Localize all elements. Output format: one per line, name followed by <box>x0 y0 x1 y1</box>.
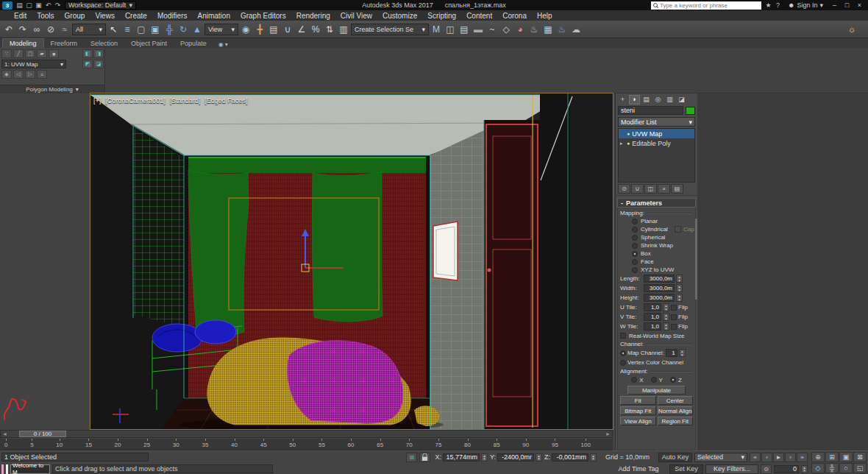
pillow-left[interactable] <box>152 324 202 352</box>
percent-snap-icon[interactable]: % <box>309 23 322 36</box>
remove-modifier-icon[interactable]: × <box>658 184 670 194</box>
ribbon-tool-icon[interactable]: ◧ <box>82 49 93 58</box>
spinner[interactable]: ▴▾ <box>679 349 686 357</box>
spinner[interactable]: ▴▾ <box>663 303 669 311</box>
spinner-snap-icon[interactable]: ⇅ <box>323 23 336 36</box>
element-mode-icon[interactable]: ■ <box>49 49 59 58</box>
listener-pink-strip[interactable] <box>1 464 4 474</box>
use-center-icon[interactable]: ◉ <box>239 23 252 36</box>
menu-item[interactable]: Corona <box>497 10 532 21</box>
stack-item-uvw-map[interactable]: ● UVW Map <box>619 129 694 138</box>
key-filters-button[interactable]: Key Filters... <box>705 464 758 474</box>
minimize-button[interactable]: – <box>828 1 841 10</box>
workspace-dropdown[interactable]: Workspace: Default▾ <box>65 1 136 10</box>
pin-stack-icon[interactable]: ⊙ <box>618 184 630 194</box>
go-to-end-icon[interactable]: » <box>797 453 808 462</box>
tab-hierarchy[interactable]: ▤ <box>641 95 652 105</box>
modifier-bulb-icon[interactable]: ● <box>627 131 630 136</box>
ribbon-modifier-dropdown[interactable]: 1: UVW Map▾ <box>1 60 66 68</box>
viewport-menu-shading[interactable]: [Edged Faces] <box>204 97 247 105</box>
radio-align-x[interactable]: X <box>631 377 643 383</box>
pan-view-icon[interactable]: ╬ <box>825 463 839 473</box>
vertex-mode-icon[interactable]: ∵ <box>1 49 12 58</box>
menu-item[interactable]: Animation <box>192 10 235 21</box>
radio-box[interactable]: Box <box>620 250 693 258</box>
menu-item[interactable]: Scripting <box>422 10 461 21</box>
search-input[interactable] <box>660 2 759 9</box>
help-icon[interactable]: ? <box>773 1 783 10</box>
curve-editor-icon[interactable]: ~ <box>485 23 499 36</box>
normal-align-button[interactable]: Normal Align <box>658 406 694 415</box>
field-of-view-icon[interactable]: ◇ <box>811 463 825 473</box>
radio-face[interactable]: Face <box>620 258 693 266</box>
spinner[interactable]: ▴▾ <box>676 275 683 283</box>
radio-align-z[interactable]: Z <box>670 377 682 383</box>
show-end-result-icon[interactable]: ∪ <box>631 184 644 194</box>
cap-checkbox[interactable]: Cap <box>675 226 694 233</box>
modifier-bulb-icon[interactable]: ● <box>627 141 630 146</box>
select-and-manipulate-icon[interactable]: ╋ <box>253 23 266 36</box>
key-mode-toggle-icon[interactable]: ⊙ <box>761 464 772 474</box>
redo-icon[interactable]: ↷ <box>16 23 29 36</box>
object-color-swatch[interactable] <box>686 107 695 115</box>
tab-populate[interactable]: Populate <box>174 39 213 48</box>
selection-lock-icon[interactable] <box>419 453 430 462</box>
rectangular-selection-icon[interactable]: ▢ <box>135 23 148 36</box>
angle-snap-icon[interactable]: ∠ <box>295 23 308 36</box>
transform-gizmo-toggle-icon[interactable]: ⊞ <box>406 453 417 462</box>
redo-quick-icon[interactable]: ↷ <box>53 1 63 10</box>
real-world-map-size-row[interactable]: Real-World Map Size <box>620 331 693 340</box>
make-unique-icon[interactable]: ◫ <box>644 184 657 194</box>
ribbon-tool-icon[interactable]: ◪ <box>93 60 104 68</box>
bitmap-fit-button[interactable]: Bitmap Fit <box>620 406 656 415</box>
view-align-button[interactable]: View Align <box>620 417 656 425</box>
listener-white-strip[interactable] <box>6 464 8 474</box>
next-frame-arrow-icon[interactable]: ► <box>604 431 612 436</box>
reference-coordinate-dropdown[interactable]: View ▾ <box>204 24 238 35</box>
tab-motion[interactable]: ◎ <box>652 95 664 105</box>
render-setup-icon[interactable]: ♨ <box>527 23 541 36</box>
frame-number-field[interactable]: 0 <box>774 465 799 473</box>
save-file-icon[interactable]: ▣ <box>34 1 43 10</box>
real-world-checkbox[interactable] <box>620 333 626 339</box>
pillow-right[interactable] <box>195 320 236 344</box>
spinner[interactable]: ▴▾ <box>481 453 488 461</box>
configure-modifier-sets-icon[interactable]: ▤ <box>671 184 683 194</box>
polygon-mode-icon[interactable]: ▰ <box>37 49 47 58</box>
undo-icon[interactable]: ↶ <box>2 23 15 36</box>
radio-align-y[interactable]: Y <box>651 377 663 383</box>
flip-checkbox[interactable] <box>671 305 677 311</box>
previous-frame-arrow-icon[interactable]: ◄ <box>1 431 9 436</box>
edge-mode-icon[interactable]: ╱ <box>13 49 24 58</box>
menu-item[interactable]: Graph Editors <box>235 10 291 21</box>
menu-item[interactable]: Group <box>60 10 90 21</box>
fit-button[interactable]: Fit <box>620 396 656 405</box>
tab-object-paint[interactable]: Object Paint <box>124 39 174 48</box>
curtain-left[interactable] <box>188 170 249 336</box>
material-editor-icon[interactable]: ◕ <box>513 23 527 36</box>
tab-selection[interactable]: Selection <box>84 39 124 48</box>
modifier-list-dropdown[interactable]: Modifier List▾ <box>618 117 695 127</box>
ribbon-config-icon[interactable]: ◉▾ <box>213 41 233 48</box>
viewport[interactable]: [+][CoronaCamera001][Standard][Edged Fac… <box>90 93 613 429</box>
layer-manager-icon[interactable]: ▤ <box>458 23 471 36</box>
viewport-scene[interactable] <box>90 93 613 429</box>
map-channel-field[interactable]: 1 <box>666 349 677 357</box>
favorites-icon[interactable]: ★ <box>764 1 773 10</box>
radio-cylindrical[interactable]: Cylindrical Cap <box>620 225 693 233</box>
maxscript-mini-listener[interactable]: Welcome to M <box>10 464 50 474</box>
previous-modifier-icon[interactable]: ◁ <box>13 70 24 79</box>
zoom-icon[interactable]: ⊕ <box>811 452 825 462</box>
select-and-link-icon[interactable]: ∞ <box>30 23 43 36</box>
flip-checkbox[interactable] <box>671 314 677 320</box>
picture-frame[interactable] <box>433 222 458 280</box>
menu-item[interactable]: Civil View <box>335 10 377 21</box>
menu-item[interactable]: Tools <box>32 10 59 21</box>
viewport-menu-pov[interactable]: [CoronaCamera001] <box>105 97 166 105</box>
bind-to-space-warp-icon[interactable]: ≈ <box>58 23 71 36</box>
time-slider-handle[interactable]: 0 / 100 <box>19 431 66 437</box>
radio-shrink-wrap[interactable]: Shrink Wrap <box>620 241 693 250</box>
spinner[interactable]: ▴▾ <box>801 465 808 473</box>
center-button[interactable]: Center <box>658 396 694 405</box>
rendered-frame-icon[interactable]: ▦ <box>541 23 555 36</box>
